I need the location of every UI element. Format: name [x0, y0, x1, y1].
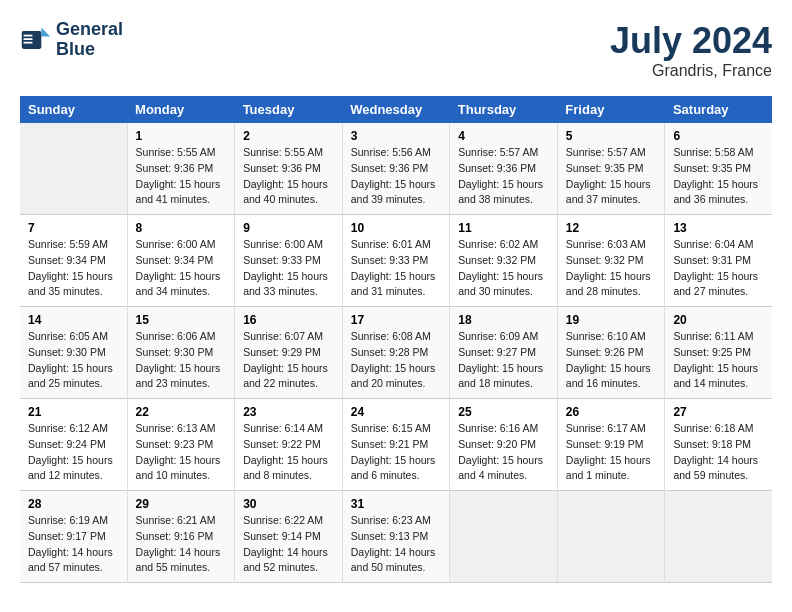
day-number: 8: [136, 221, 227, 235]
calendar-cell: 15Sunrise: 6:06 AM Sunset: 9:30 PM Dayli…: [127, 307, 235, 399]
calendar-cell: 7Sunrise: 5:59 AM Sunset: 9:34 PM Daylig…: [20, 215, 127, 307]
day-detail: Sunrise: 6:01 AM Sunset: 9:33 PM Dayligh…: [351, 237, 442, 300]
day-number: 10: [351, 221, 442, 235]
day-number: 23: [243, 405, 334, 419]
svg-rect-4: [24, 42, 33, 44]
calendar-cell: [665, 491, 772, 583]
day-detail: Sunrise: 5:57 AM Sunset: 9:36 PM Dayligh…: [458, 145, 549, 208]
calendar-cell: 27Sunrise: 6:18 AM Sunset: 9:18 PM Dayli…: [665, 399, 772, 491]
calendar-cell: 21Sunrise: 6:12 AM Sunset: 9:24 PM Dayli…: [20, 399, 127, 491]
day-number: 1: [136, 129, 227, 143]
day-detail: Sunrise: 5:59 AM Sunset: 9:34 PM Dayligh…: [28, 237, 119, 300]
calendar-week-row: 7Sunrise: 5:59 AM Sunset: 9:34 PM Daylig…: [20, 215, 772, 307]
calendar-cell: 28Sunrise: 6:19 AM Sunset: 9:17 PM Dayli…: [20, 491, 127, 583]
day-number: 12: [566, 221, 657, 235]
calendar-cell: 14Sunrise: 6:05 AM Sunset: 9:30 PM Dayli…: [20, 307, 127, 399]
day-detail: Sunrise: 5:58 AM Sunset: 9:35 PM Dayligh…: [673, 145, 764, 208]
calendar-cell: 25Sunrise: 6:16 AM Sunset: 9:20 PM Dayli…: [450, 399, 558, 491]
day-detail: Sunrise: 6:12 AM Sunset: 9:24 PM Dayligh…: [28, 421, 119, 484]
calendar-cell: 18Sunrise: 6:09 AM Sunset: 9:27 PM Dayli…: [450, 307, 558, 399]
day-number: 15: [136, 313, 227, 327]
calendar-cell: 22Sunrise: 6:13 AM Sunset: 9:23 PM Dayli…: [127, 399, 235, 491]
day-detail: Sunrise: 6:11 AM Sunset: 9:25 PM Dayligh…: [673, 329, 764, 392]
svg-rect-3: [24, 38, 33, 40]
day-header-thursday: Thursday: [450, 96, 558, 123]
day-number: 19: [566, 313, 657, 327]
calendar-cell: 6Sunrise: 5:58 AM Sunset: 9:35 PM Daylig…: [665, 123, 772, 215]
page-header: General Blue July 2024 Grandris, France: [20, 20, 772, 80]
day-number: 5: [566, 129, 657, 143]
day-number: 22: [136, 405, 227, 419]
day-header-wednesday: Wednesday: [342, 96, 450, 123]
day-number: 7: [28, 221, 119, 235]
day-number: 28: [28, 497, 119, 511]
day-detail: Sunrise: 6:07 AM Sunset: 9:29 PM Dayligh…: [243, 329, 334, 392]
day-number: 3: [351, 129, 442, 143]
calendar-week-row: 1Sunrise: 5:55 AM Sunset: 9:36 PM Daylig…: [20, 123, 772, 215]
calendar-week-row: 21Sunrise: 6:12 AM Sunset: 9:24 PM Dayli…: [20, 399, 772, 491]
calendar-cell: 29Sunrise: 6:21 AM Sunset: 9:16 PM Dayli…: [127, 491, 235, 583]
day-detail: Sunrise: 5:57 AM Sunset: 9:35 PM Dayligh…: [566, 145, 657, 208]
day-number: 4: [458, 129, 549, 143]
calendar-table: SundayMondayTuesdayWednesdayThursdayFrid…: [20, 96, 772, 583]
day-detail: Sunrise: 6:06 AM Sunset: 9:30 PM Dayligh…: [136, 329, 227, 392]
day-number: 31: [351, 497, 442, 511]
day-detail: Sunrise: 5:55 AM Sunset: 9:36 PM Dayligh…: [243, 145, 334, 208]
day-header-saturday: Saturday: [665, 96, 772, 123]
calendar-cell: 3Sunrise: 5:56 AM Sunset: 9:36 PM Daylig…: [342, 123, 450, 215]
day-detail: Sunrise: 6:13 AM Sunset: 9:23 PM Dayligh…: [136, 421, 227, 484]
day-detail: Sunrise: 6:08 AM Sunset: 9:28 PM Dayligh…: [351, 329, 442, 392]
day-header-tuesday: Tuesday: [235, 96, 343, 123]
day-number: 25: [458, 405, 549, 419]
calendar-cell: 26Sunrise: 6:17 AM Sunset: 9:19 PM Dayli…: [557, 399, 665, 491]
calendar-week-row: 14Sunrise: 6:05 AM Sunset: 9:30 PM Dayli…: [20, 307, 772, 399]
calendar-cell: 10Sunrise: 6:01 AM Sunset: 9:33 PM Dayli…: [342, 215, 450, 307]
day-detail: Sunrise: 6:00 AM Sunset: 9:33 PM Dayligh…: [243, 237, 334, 300]
day-detail: Sunrise: 6:16 AM Sunset: 9:20 PM Dayligh…: [458, 421, 549, 484]
calendar-cell: [557, 491, 665, 583]
day-detail: Sunrise: 6:23 AM Sunset: 9:13 PM Dayligh…: [351, 513, 442, 576]
calendar-cell: 12Sunrise: 6:03 AM Sunset: 9:32 PM Dayli…: [557, 215, 665, 307]
day-detail: Sunrise: 6:00 AM Sunset: 9:34 PM Dayligh…: [136, 237, 227, 300]
day-header-monday: Monday: [127, 96, 235, 123]
day-detail: Sunrise: 6:14 AM Sunset: 9:22 PM Dayligh…: [243, 421, 334, 484]
svg-marker-1: [41, 27, 50, 36]
calendar-cell: 24Sunrise: 6:15 AM Sunset: 9:21 PM Dayli…: [342, 399, 450, 491]
calendar-body: 1Sunrise: 5:55 AM Sunset: 9:36 PM Daylig…: [20, 123, 772, 583]
day-detail: Sunrise: 6:02 AM Sunset: 9:32 PM Dayligh…: [458, 237, 549, 300]
day-number: 24: [351, 405, 442, 419]
day-detail: Sunrise: 6:15 AM Sunset: 9:21 PM Dayligh…: [351, 421, 442, 484]
calendar-cell: 17Sunrise: 6:08 AM Sunset: 9:28 PM Dayli…: [342, 307, 450, 399]
day-detail: Sunrise: 5:55 AM Sunset: 9:36 PM Dayligh…: [136, 145, 227, 208]
calendar-cell: 11Sunrise: 6:02 AM Sunset: 9:32 PM Dayli…: [450, 215, 558, 307]
day-detail: Sunrise: 6:17 AM Sunset: 9:19 PM Dayligh…: [566, 421, 657, 484]
calendar-cell: 19Sunrise: 6:10 AM Sunset: 9:26 PM Dayli…: [557, 307, 665, 399]
calendar-cell: 2Sunrise: 5:55 AM Sunset: 9:36 PM Daylig…: [235, 123, 343, 215]
day-detail: Sunrise: 6:10 AM Sunset: 9:26 PM Dayligh…: [566, 329, 657, 392]
calendar-cell: 20Sunrise: 6:11 AM Sunset: 9:25 PM Dayli…: [665, 307, 772, 399]
day-number: 30: [243, 497, 334, 511]
day-number: 13: [673, 221, 764, 235]
day-detail: Sunrise: 6:19 AM Sunset: 9:17 PM Dayligh…: [28, 513, 119, 576]
calendar-cell: 8Sunrise: 6:00 AM Sunset: 9:34 PM Daylig…: [127, 215, 235, 307]
day-detail: Sunrise: 6:22 AM Sunset: 9:14 PM Dayligh…: [243, 513, 334, 576]
calendar-cell: 4Sunrise: 5:57 AM Sunset: 9:36 PM Daylig…: [450, 123, 558, 215]
day-detail: Sunrise: 6:21 AM Sunset: 9:16 PM Dayligh…: [136, 513, 227, 576]
day-header-friday: Friday: [557, 96, 665, 123]
calendar-cell: 30Sunrise: 6:22 AM Sunset: 9:14 PM Dayli…: [235, 491, 343, 583]
day-number: 9: [243, 221, 334, 235]
day-number: 27: [673, 405, 764, 419]
day-number: 21: [28, 405, 119, 419]
calendar-header-row: SundayMondayTuesdayWednesdayThursdayFrid…: [20, 96, 772, 123]
day-number: 29: [136, 497, 227, 511]
day-number: 2: [243, 129, 334, 143]
day-number: 16: [243, 313, 334, 327]
calendar-cell: 31Sunrise: 6:23 AM Sunset: 9:13 PM Dayli…: [342, 491, 450, 583]
calendar-cell: 9Sunrise: 6:00 AM Sunset: 9:33 PM Daylig…: [235, 215, 343, 307]
calendar-cell: [450, 491, 558, 583]
day-number: 17: [351, 313, 442, 327]
calendar-cell: [20, 123, 127, 215]
day-number: 18: [458, 313, 549, 327]
title-area: July 2024 Grandris, France: [610, 20, 772, 80]
calendar-cell: 5Sunrise: 5:57 AM Sunset: 9:35 PM Daylig…: [557, 123, 665, 215]
